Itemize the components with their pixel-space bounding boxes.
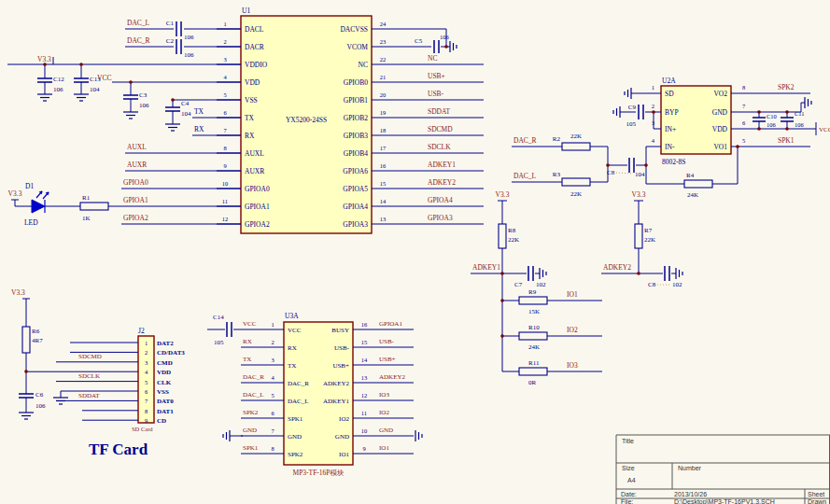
resistor-r1: R1 1K	[80, 194, 108, 222]
net-label: RX	[243, 338, 252, 345]
schematic-canvas: V3.3 C12 106 C13 104 VCC C3 106 C4 104 D…	[0, 0, 830, 504]
net-label: USB-	[379, 338, 395, 345]
capacitor-c10: C10 106	[753, 112, 777, 129]
res-value: 24K	[528, 343, 540, 351]
circle	[444, 45, 448, 49]
ground-icon	[415, 430, 422, 441]
net-label: SDCLK	[78, 372, 100, 380]
net-label: TX	[243, 356, 251, 363]
pin-name: NC	[359, 61, 368, 69]
adkey1-network: V3.3 R8 22K ADKEY1 C7 102 R9 15K IO1 R10…	[471, 190, 602, 386]
resistor	[519, 297, 547, 304]
res-value: 22K	[570, 133, 582, 140]
net-label: SDCMD	[428, 125, 453, 133]
pin-number: 14	[361, 357, 368, 363]
titleblock-size-value: A4	[627, 477, 636, 483]
capacitor-c3: C3 106	[123, 82, 149, 119]
net-label: SPK1	[778, 136, 795, 145]
pin-name: VDD	[712, 125, 728, 133]
pin-number: 11	[361, 410, 367, 416]
net-label: TX	[194, 107, 204, 116]
circle	[785, 127, 789, 131]
circle	[785, 110, 789, 114]
cap-ref: C3	[139, 91, 148, 99]
titleblock-size-label: Size	[622, 465, 635, 471]
pin-name: AUXR	[245, 167, 264, 175]
res-ref: R6	[32, 328, 40, 335]
net-label: GPIOA1	[379, 320, 402, 328]
pin-number: 19	[380, 109, 387, 116]
pin-number: 8	[271, 445, 274, 452]
pin-number: 3	[145, 359, 148, 366]
pin-number: 3	[652, 119, 654, 126]
res-ref: R10	[528, 324, 540, 331]
pin-name: GPIOA1	[245, 203, 270, 211]
titleblock-drawn-label: Drawn	[808, 498, 826, 504]
ic-part: MP3-TF-16P模块	[292, 469, 345, 477]
cap-value: 106	[139, 102, 149, 109]
circle	[652, 110, 655, 114]
circle	[606, 163, 610, 167]
pin-number: 13	[380, 216, 387, 222]
pin-number: 2	[652, 103, 654, 109]
net-label: VCC	[243, 320, 257, 328]
net-label: RX	[194, 125, 204, 133]
res-value: 22K	[644, 236, 655, 244]
net-label: GPIOA1	[123, 196, 148, 204]
net-label: SPK2	[243, 409, 259, 416]
ground-icon	[74, 94, 89, 101]
pin-number: 10	[361, 427, 368, 434]
pin-number: 8	[223, 145, 226, 151]
resistor	[519, 368, 547, 375]
pin-name: IO2	[339, 415, 349, 423]
pin-name: DAT0	[157, 398, 174, 405]
resistor-r6	[22, 327, 30, 353]
net-label: SDCLK	[428, 143, 451, 151]
res-value: 4R7	[32, 337, 43, 344]
cap-value: 104	[90, 86, 100, 93]
cap-value: 104	[635, 171, 645, 178]
res-ref: R3	[553, 171, 561, 178]
pin-name: GPIOB2	[344, 114, 369, 122]
circle	[24, 370, 28, 373]
ic-part: YX5200-24SS	[286, 116, 327, 124]
pin-name: VCC	[288, 327, 302, 334]
cap-value: 106	[767, 121, 777, 128]
pin-name: SPK2	[288, 451, 303, 458]
ic-u2: U2A 8002-8S 1 SD 2 BYP 3 IN+ 4 IN- 8 VO2…	[652, 77, 746, 166]
net-label: USB-	[428, 90, 444, 98]
cap-value: 106	[795, 121, 805, 128]
pin-name: SPK1	[288, 415, 303, 423]
ground-icon	[613, 106, 620, 118]
net-label: IO2	[379, 409, 389, 416]
res-value: 15K	[528, 308, 540, 315]
pin-name: GPIOB4	[344, 149, 369, 158]
ground-icon	[625, 88, 631, 99]
net-label: NC	[428, 54, 437, 63]
res-ref: R11	[528, 359, 540, 367]
rect	[80, 203, 108, 210]
circle	[500, 299, 504, 302]
pin-number: 6	[271, 410, 274, 416]
pin-name: DACR	[245, 43, 264, 51]
pin-number: 11	[222, 198, 228, 204]
pin-number: 12	[222, 216, 229, 222]
net-label: DAC_R	[513, 136, 537, 145]
res-ref: R1	[82, 194, 91, 202]
net-label: GND	[243, 427, 257, 434]
pin-name: DACL	[245, 25, 264, 34]
pin-name: VDDIO	[245, 61, 268, 69]
pin-number: 13	[361, 374, 368, 381]
pin-number: 21	[380, 74, 387, 80]
circle	[129, 80, 133, 84]
pin-name: GND	[712, 108, 728, 117]
pin-number: 1	[271, 321, 274, 328]
net-label: SDDAT	[78, 392, 100, 399]
capacitor-c12: C12 106	[37, 64, 64, 101]
circle	[500, 272, 504, 275]
dac-input-network: DAC_R R2 22K DAC_L R3 22K C8 104	[512, 133, 646, 198]
net-label: USB+	[428, 72, 445, 80]
capacitor-c14: C14 105	[207, 314, 241, 346]
circle	[757, 127, 761, 131]
u2-right-wires: SPK2 VCC C10 106 C11 106 SPK1	[731, 83, 830, 147]
